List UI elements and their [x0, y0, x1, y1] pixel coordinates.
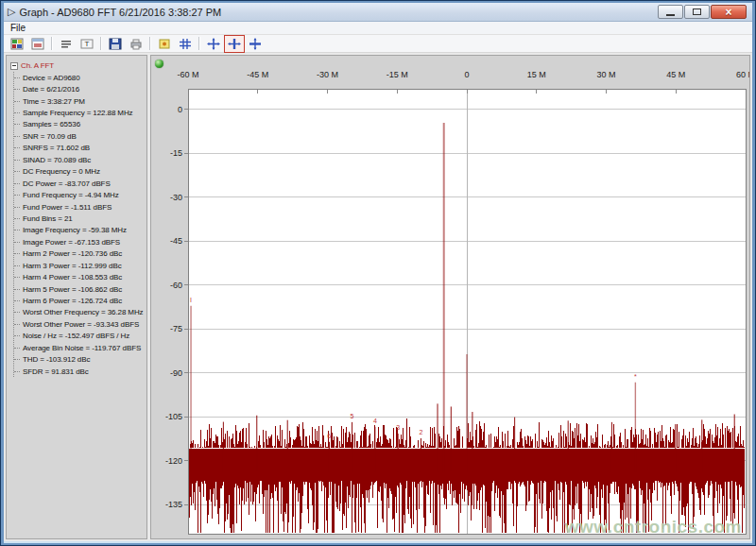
zoom-fit-button[interactable] [203, 35, 224, 53]
export-image-icon [10, 38, 24, 50]
tree-connector [14, 359, 20, 360]
y-axis-label: -90 [170, 368, 182, 378]
tree-item[interactable]: Sample Frequency = 122.88 MHz [14, 107, 146, 118]
maximize-icon [693, 9, 701, 15]
menu-bar: File [4, 22, 752, 35]
cursor-labels-button[interactable]: T [77, 35, 97, 53]
grid-toggle-button[interactable] [175, 35, 196, 53]
window-title: Graph - AD9680 FFT 6/21/2016 3:38:27 PM [19, 7, 221, 18]
tree-connector [14, 136, 20, 137]
toolbar-separator [100, 37, 102, 50]
x-axis-label: -15 M [387, 70, 408, 79]
tree-item[interactable]: SFDR = 91.831 dBc [14, 366, 146, 377]
fft-graph-panel: -60 M-45 M-30 M-15 M015 M30 M45 M60 M0-1… [150, 55, 750, 539]
y-axis-label: -135 [165, 500, 182, 509]
markers-toggle-button[interactable] [154, 35, 175, 53]
marker-icon [158, 38, 171, 50]
tree-item[interactable]: Harm 6 Power = -126.724 dBc [14, 295, 146, 306]
zoom-fit-icon [207, 38, 220, 50]
tree-connector [14, 160, 20, 161]
tree-connector [14, 277, 20, 278]
maximize-button[interactable] [684, 5, 710, 19]
peak-label: 4 [373, 418, 377, 424]
tree-item[interactable]: Device = AD9680 [14, 72, 146, 83]
tree-item[interactable]: THD = -103.912 dBc [14, 354, 146, 366]
collapse-icon[interactable] [10, 62, 18, 70]
zoom-horizontal-button[interactable] [224, 35, 245, 53]
tree-item-label: Average Bin Noise = -119.767 dBFS [23, 344, 141, 352]
tree-root[interactable]: Ch. A FFT [10, 60, 146, 72]
tree-item[interactable]: SNRFS = 71.602 dB [14, 143, 146, 154]
save-data-button[interactable] [105, 35, 126, 53]
menu-file[interactable]: File [4, 23, 32, 33]
zoom-vertical-button[interactable] [245, 35, 266, 53]
tree-item[interactable]: SINAD = 70.089 dBc [14, 154, 146, 165]
tree-item[interactable]: Image Power = -67.153 dBFS [14, 236, 146, 247]
cursor-label-icon: T [80, 38, 94, 50]
tree-item[interactable]: Worst Other Frequency = 36.28 MHz [14, 307, 146, 318]
tree-item[interactable]: DC Power = -83.707 dBFS [14, 178, 146, 189]
legend-toggle-button[interactable] [56, 35, 77, 53]
tree-connector [14, 147, 20, 148]
results-tree-panel: Ch. A FFT Device = AD9680Date = 6/21/201… [6, 55, 147, 539]
tree-item[interactable]: Worst Other Power = -93.343 dBFS [14, 318, 146, 330]
tree-children: Device = AD9680Date = 6/21/2016Time = 3:… [13, 72, 146, 377]
tree-connector [14, 207, 20, 208]
close-button[interactable]: × [711, 5, 747, 19]
x-axis-label: -45 M [247, 70, 268, 79]
title-bar[interactable]: ▷ Graph - AD9680 FFT 6/21/2016 3:38:27 P… [4, 3, 752, 22]
tree-item-label: Fund Frequency = -4.94 MHz [23, 191, 119, 199]
x-axis-label: -60 M [177, 70, 198, 79]
tree-item-label: Samples = 65536 [23, 120, 80, 128]
tree-item-label: DC Power = -83.707 dBFS [23, 179, 111, 188]
tree-item[interactable]: Harm 2 Power = -120.736 dBc [14, 248, 146, 260]
y-axis-label: -30 [170, 193, 182, 202]
tree-connector [14, 371, 20, 372]
svg-text:T: T [85, 40, 90, 48]
tree-item-label: Fund Bins = 21 [23, 214, 73, 223]
content-area: Ch. A FFT Device = AD9680Date = 6/21/201… [4, 53, 752, 541]
tree-item[interactable]: Noise / Hz = -152.497 dBFS / Hz [14, 331, 146, 342]
toolbar: T [4, 35, 752, 53]
x-axis-label: 60 M [736, 70, 750, 79]
peak-label: I [190, 297, 192, 303]
tree-item-label: Time = 3:38:27 PM [23, 97, 85, 106]
tree-item[interactable]: Fund Frequency = -4.94 MHz [14, 189, 146, 200]
tree-connector [14, 312, 20, 313]
tree-item[interactable]: Time = 3:38:27 PM [14, 95, 146, 107]
y-axis-label: -15 [170, 148, 182, 158]
y-axis-label: -120 [165, 456, 182, 466]
zoom-vertical-icon [249, 38, 262, 50]
print-button[interactable] [126, 35, 146, 53]
tree-connector [14, 218, 20, 219]
tree-item[interactable]: Average Bin Noise = -119.767 dBFS [14, 342, 146, 353]
export-image-button[interactable] [7, 35, 27, 53]
peak-label: 5 [351, 413, 354, 419]
tree-item[interactable]: Fund Power = -1.511 dBFS [14, 201, 146, 213]
tree-item[interactable]: SNR = 70.09 dB [14, 130, 146, 142]
tree-item-label: Harm 5 Power = -106.862 dBc [23, 285, 122, 294]
tree-item[interactable]: Image Frequency = -59.38 MHz [14, 225, 146, 236]
save-icon [109, 38, 122, 50]
copy-to-clipboard-button[interactable] [27, 35, 48, 53]
x-axis-label: -30 M [317, 70, 338, 79]
peak-label: * [634, 373, 637, 380]
tree-item[interactable]: Date = 6/21/2016 [14, 83, 146, 94]
tree-item[interactable]: Fund Bins = 21 [14, 213, 146, 224]
tree-item[interactable]: Harm 4 Power = -108.553 dBc [14, 271, 146, 282]
tree-root-label: Ch. A FFT [21, 61, 54, 70]
y-axis-label: -75 [170, 324, 182, 333]
toolbar-separator [149, 37, 151, 50]
tree-connector [14, 77, 20, 78]
tree-item-label: SNRFS = 71.602 dB [23, 144, 90, 152]
fft-chart[interactable]: -60 M-45 M-30 M-15 M015 M30 M45 M60 M0-1… [151, 56, 750, 539]
tree-item[interactable]: Harm 5 Power = -106.862 dBc [14, 283, 146, 295]
tree-item[interactable]: Samples = 65536 [14, 119, 146, 130]
minimize-button[interactable] [658, 5, 683, 19]
peak-label: 3 [396, 424, 400, 431]
x-axis-label: 15 M [527, 70, 546, 79]
tree-connector [14, 300, 20, 301]
tree-item[interactable]: DC Frequency = 0 MHz [14, 166, 146, 178]
tree-connector [14, 171, 20, 172]
tree-item[interactable]: Harm 3 Power = -112.999 dBc [14, 260, 146, 271]
